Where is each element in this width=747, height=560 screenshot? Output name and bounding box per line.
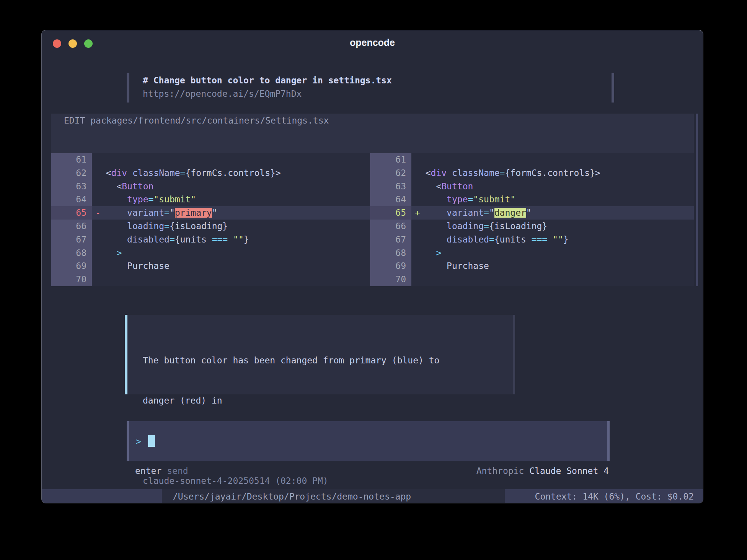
- diff-row: 65+ variant="danger": [370, 206, 694, 220]
- diff-row: 63 <Button: [51, 180, 370, 193]
- prompt-left-rule: [127, 73, 129, 103]
- assistant-message: The button color has been changed from p…: [125, 315, 515, 394]
- code-line: [411, 273, 694, 286]
- keybind-hint: entersend: [135, 464, 188, 477]
- line-number: 65: [370, 206, 411, 220]
- hint-action: send: [167, 466, 188, 476]
- line-number: 61: [51, 153, 92, 166]
- code-line: disabled={units === ""}: [92, 233, 370, 246]
- diff-row: 69 Purchase: [51, 259, 370, 273]
- diff-row: 70: [370, 273, 694, 286]
- prompt-heading: # Change button color to danger in setti…: [143, 74, 392, 87]
- diff-row: 67 disabled={units === ""}: [370, 233, 694, 246]
- code-line: loading={isLoading}: [411, 220, 694, 233]
- diff-scrollbar[interactable]: [696, 114, 698, 286]
- code-line: [92, 273, 370, 286]
- diff-row: 69 Purchase: [370, 259, 694, 273]
- diff-row: 67 disabled={units === ""}: [51, 233, 370, 246]
- app-version-badge: opencodev0.1.156: [42, 489, 162, 503]
- code-line: type="submit": [411, 193, 694, 206]
- line-number: 69: [370, 259, 411, 273]
- line-number: 70: [370, 273, 411, 286]
- diff-row: 62 <div className={formCs.controls}>: [51, 166, 370, 180]
- diff-row: 68 >: [370, 246, 694, 260]
- edit-file-title: EDIT packages/frontend/src/containers/Se…: [64, 114, 329, 127]
- code-line: Purchase: [411, 259, 694, 273]
- chat-input[interactable]: >: [127, 421, 610, 461]
- working-directory: /Users/jayair/Desktop/Projects/demo-note…: [173, 489, 411, 503]
- message-line: The button color has been changed from p…: [143, 354, 439, 367]
- code-line: + variant="danger": [411, 206, 694, 220]
- diff-row: 70: [51, 273, 370, 286]
- diff-row: 66 loading={isLoading}: [370, 220, 694, 233]
- screen: opencode # Change button color to danger…: [0, 0, 747, 560]
- code-line: <Button: [411, 180, 694, 193]
- line-number: 65: [51, 206, 92, 220]
- code-line: Purchase: [92, 259, 370, 273]
- line-number: 64: [370, 193, 411, 206]
- input-prompt-row: >: [136, 435, 155, 448]
- line-number: 67: [370, 233, 411, 246]
- diff-row: 62 <div className={formCs.controls}>: [370, 166, 694, 180]
- edit-tool-panel: EDIT packages/frontend/src/containers/Se…: [51, 114, 694, 286]
- diff-row: 64 type="submit": [370, 193, 694, 206]
- code-line: >: [411, 246, 694, 260]
- diff-row: 66 loading={isLoading}: [51, 220, 370, 233]
- line-number: 67: [51, 233, 92, 246]
- diff-row: 68 >: [51, 246, 370, 260]
- diff-pane-after: 6162 <div className={formCs.controls}>63…: [370, 153, 694, 286]
- line-number: 61: [370, 153, 411, 166]
- code-line: loading={isLoading}: [92, 220, 370, 233]
- code-line: [92, 153, 370, 166]
- line-number: 66: [51, 220, 92, 233]
- window-title: opencode: [42, 37, 703, 48]
- status-bar: opencodev0.1.156 /Users/jayair/Desktop/P…: [42, 489, 703, 503]
- line-number: 68: [51, 246, 92, 260]
- line-number: 62: [370, 166, 411, 180]
- diff-row: 61: [51, 153, 370, 166]
- prompt-char: >: [136, 436, 141, 446]
- message-line: danger (red) in: [143, 394, 439, 407]
- line-number: 66: [370, 220, 411, 233]
- code-line: type="submit": [92, 193, 370, 206]
- diff-row: 61: [370, 153, 694, 166]
- model-name: Claude Sonnet 4: [529, 466, 609, 476]
- line-number: 63: [51, 180, 92, 193]
- code-line: <Button: [92, 180, 370, 193]
- code-line: <div className={formCs.controls}>: [92, 166, 370, 180]
- text-cursor: [148, 435, 155, 447]
- line-number: 63: [370, 180, 411, 193]
- model-indicator: AnthropicClaude Sonnet 4: [476, 464, 609, 477]
- code-line: <div className={formCs.controls}>: [411, 166, 694, 180]
- code-line: [411, 153, 694, 166]
- line-number: 64: [51, 193, 92, 206]
- line-number: 70: [51, 273, 92, 286]
- hint-key: enter: [135, 466, 161, 476]
- opencode-window: opencode # Change button color to danger…: [41, 30, 703, 503]
- code-line: - variant="primary": [92, 206, 370, 220]
- diff-row: 64 type="submit": [51, 193, 370, 206]
- share-url[interactable]: https://opencode.ai/s/EQmP7hDx: [143, 87, 302, 101]
- line-number: 68: [370, 246, 411, 260]
- line-number: 62: [51, 166, 92, 180]
- code-line: >: [92, 246, 370, 260]
- diff-row: 63 <Button: [370, 180, 694, 193]
- code-line: disabled={units === ""}: [411, 233, 694, 246]
- diff-pane-before: 6162 <div className={formCs.controls}>63…: [51, 153, 370, 286]
- diff-view: 6162 <div className={formCs.controls}>63…: [51, 153, 694, 286]
- provider-name: Anthropic: [476, 466, 524, 476]
- context-cost-badge: Context: 14K (6%), Cost: $0.02: [505, 489, 703, 503]
- prompt-right-rule: [612, 73, 614, 103]
- line-number: 69: [51, 259, 92, 273]
- diff-row: 65- variant="primary": [51, 206, 370, 220]
